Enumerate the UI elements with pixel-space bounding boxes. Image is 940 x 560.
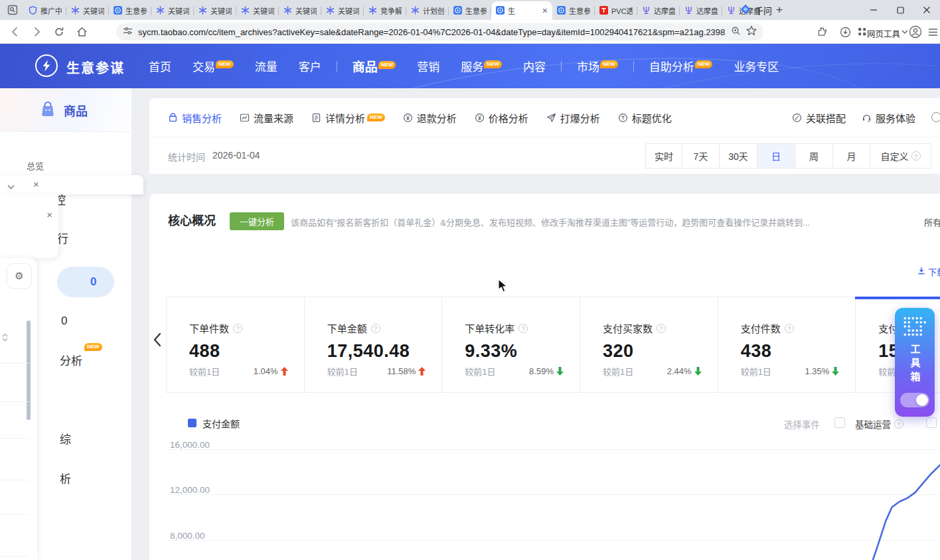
- browser-tab[interactable]: 生×: [491, 1, 552, 20]
- extensions-icon[interactable]: [815, 25, 830, 39]
- metric-card-支付买家数[interactable]: 支付买家数?320较前1日2.44%: [580, 297, 718, 392]
- date-option-月[interactable]: 月: [832, 143, 870, 169]
- metric-card-下单金额[interactable]: 下单金额?17,540.48较前1日11.58%: [305, 297, 443, 392]
- zoom-page-icon[interactable]: [731, 26, 741, 38]
- menu-icon[interactable]: [925, 25, 940, 39]
- browser-tab[interactable]: 达摩盘: [637, 1, 680, 20]
- browser-tab[interactable]: 生意参: [552, 1, 595, 20]
- floating-window-titlebar[interactable]: ×: [0, 175, 143, 194]
- browser-tab[interactable]: 关键词: [236, 1, 279, 20]
- nav-item-服务[interactable]: 服务NEW: [450, 58, 512, 74]
- close-icon[interactable]: ×: [46, 210, 52, 220]
- cards-prev-icon[interactable]: [151, 330, 164, 350]
- home-icon[interactable]: [74, 25, 89, 39]
- tab-价格分析[interactable]: 价格分析: [475, 111, 528, 125]
- reload-icon[interactable]: [52, 25, 66, 39]
- sidebar-item-overview[interactable]: 总览: [27, 159, 44, 172]
- url-text[interactable]: sycm.taobao.com/cc/item_archives?activeK…: [138, 27, 726, 37]
- sidebar-item-fragment[interactable]: 行: [57, 230, 68, 246]
- browser-tab[interactable]: 计划创: [406, 1, 449, 20]
- close-icon[interactable]: ×: [33, 179, 39, 189]
- browser-tab[interactable]: 关键词: [151, 1, 194, 20]
- nav-item-客户[interactable]: 客户: [288, 58, 332, 74]
- nav-item-业务专区[interactable]: 业务专区: [723, 58, 789, 74]
- new-tab-button[interactable]: +: [771, 2, 787, 18]
- date-option-自定义[interactable]: 自定义?: [870, 143, 931, 169]
- one-key-analyze-button[interactable]: 一键分析: [230, 212, 284, 230]
- toolbox-toggle[interactable]: [900, 393, 929, 407]
- event-checkbox[interactable]: [834, 417, 845, 428]
- browser-tab[interactable]: PVC透: [595, 1, 637, 20]
- date-option-实时[interactable]: 实时: [645, 143, 682, 169]
- date-option-7天[interactable]: 7天: [682, 143, 720, 169]
- minimize-icon[interactable]: [860, 0, 887, 20]
- tab-流量来源[interactable]: 流量来源: [240, 111, 293, 125]
- metric-card-支付件数[interactable]: 支付件数?438较前1日1.35%: [718, 297, 856, 392]
- nav-item-营销[interactable]: 营销: [406, 58, 450, 74]
- date-option-日[interactable]: 日: [757, 143, 795, 169]
- help-icon[interactable]: ?: [894, 419, 903, 429]
- help-icon[interactable]: ?: [785, 324, 794, 333]
- sycm-logo-icon[interactable]: [35, 54, 58, 77]
- sidebar-item-fragment[interactable]: 综: [60, 430, 71, 447]
- browser-tab[interactable]: 关键词: [66, 1, 109, 20]
- sidebar-item-fragment[interactable]: 析: [60, 470, 71, 486]
- back-icon[interactable]: [8, 25, 23, 39]
- sort-chevrons-icon[interactable]: [2, 332, 8, 344]
- tab-标题优化[interactable]: 标题优化: [618, 111, 672, 125]
- avatar[interactable]: [908, 25, 923, 39]
- nav-item-自助分析[interactable]: 自助分析NEW: [639, 58, 724, 74]
- tab-详情分析[interactable]: 详情分析NEW: [311, 111, 385, 125]
- tab-search-icon[interactable]: [5, 3, 20, 17]
- browser-tab[interactable]: 关键词: [321, 1, 364, 20]
- nav-item-首页[interactable]: 首页: [138, 58, 182, 74]
- web-tools-label[interactable]: 网页工具: [867, 27, 900, 40]
- browser-tab[interactable]: 推广中: [24, 1, 66, 20]
- floating-window[interactable]: ×: [0, 194, 58, 258]
- tab-退款分析[interactable]: 退款分析: [403, 111, 457, 125]
- clock-icon[interactable]: [931, 112, 940, 122]
- sidebar-item-fragment[interactable]: 0: [61, 315, 67, 328]
- metric-card-下单件数[interactable]: 下单件数?488较前1日1.04%: [167, 297, 305, 392]
- date-option-30天[interactable]: 30天: [719, 143, 757, 169]
- tab-关联搭配[interactable]: 关联搭配: [792, 111, 846, 125]
- collapse-chevron-icon[interactable]: [7, 181, 15, 193]
- browser-tab[interactable]: 达摩盘: [680, 1, 722, 20]
- gear-icon[interactable]: ⚙: [7, 263, 32, 289]
- toolbox-widget[interactable]: 工具箱: [895, 308, 935, 417]
- site-info-icon[interactable]: [123, 26, 133, 38]
- bookmark-star-icon[interactable]: [746, 25, 757, 38]
- brand-title[interactable]: 生意参谋: [66, 58, 125, 77]
- forward-icon[interactable]: [29, 25, 44, 39]
- browser-tab[interactable]: 生意参: [449, 1, 491, 20]
- help-icon[interactable]: ?: [371, 324, 380, 333]
- close-window-icon[interactable]: [913, 0, 940, 20]
- event-checkbox[interactable]: [926, 417, 937, 428]
- nav-item-流量[interactable]: 流量: [244, 58, 288, 74]
- download-link[interactable]: 下载: [917, 265, 940, 278]
- browser-tab[interactable]: 生意参: [109, 1, 151, 20]
- date-option-周[interactable]: 周: [795, 143, 833, 169]
- url-bar[interactable]: sycm.taobao.com/cc/item_archives?activeK…: [116, 23, 763, 40]
- help-icon[interactable]: ?: [518, 324, 528, 333]
- metric-card-下单转化率[interactable]: 下单转化率?9.33%较前1日8.59%: [442, 297, 580, 392]
- download-tray-icon[interactable]: [838, 25, 852, 39]
- help-icon[interactable]: ?: [233, 324, 242, 333]
- sidebar-item-fragment[interactable]: 分析: [60, 352, 82, 368]
- browser-tab[interactable]: 关键词: [279, 1, 321, 20]
- help-icon[interactable]: ?: [657, 324, 666, 333]
- sidebar-item-active[interactable]: 0: [57, 267, 114, 297]
- browser-tab[interactable]: 竞争解: [364, 1, 406, 20]
- maximize-icon[interactable]: [887, 0, 913, 20]
- nav-item-交易[interactable]: 交易NEW: [182, 58, 244, 74]
- all-terms-link[interactable]: 所有: [924, 216, 940, 228]
- tab-销售分析[interactable]: 销售分析: [168, 111, 222, 125]
- qianwen-button[interactable]: 千问: [740, 2, 772, 18]
- nav-item-内容[interactable]: 内容: [512, 58, 556, 74]
- tab-打爆分析[interactable]: 打爆分析: [546, 111, 600, 125]
- scrollbar-thumb[interactable]: [27, 320, 31, 420]
- nav-item-商品[interactable]: 商品NEW: [342, 57, 407, 75]
- browser-tab[interactable]: 关键词: [194, 1, 236, 20]
- tab-服务体验[interactable]: 服务体验: [862, 111, 915, 125]
- tab-close-icon[interactable]: ×: [542, 6, 548, 15]
